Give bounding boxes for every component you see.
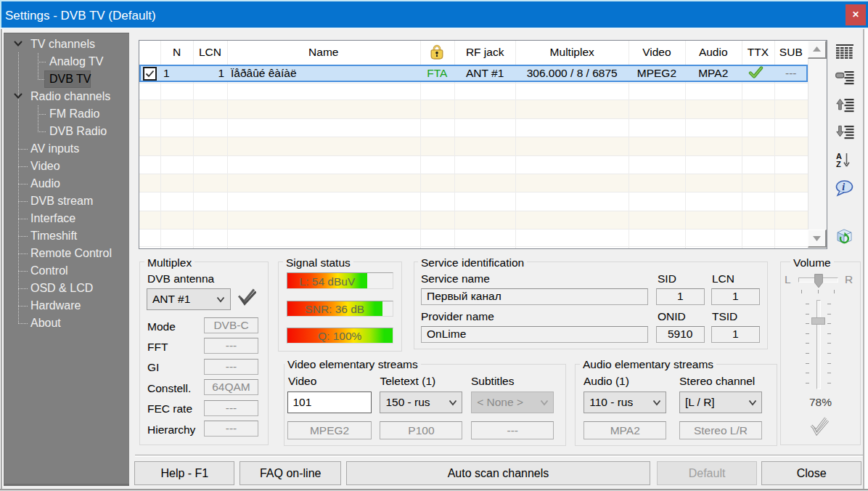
svg-text:i: i	[842, 182, 845, 192]
svg-text:Z: Z	[836, 160, 841, 169]
svg-text:A: A	[836, 152, 842, 161]
